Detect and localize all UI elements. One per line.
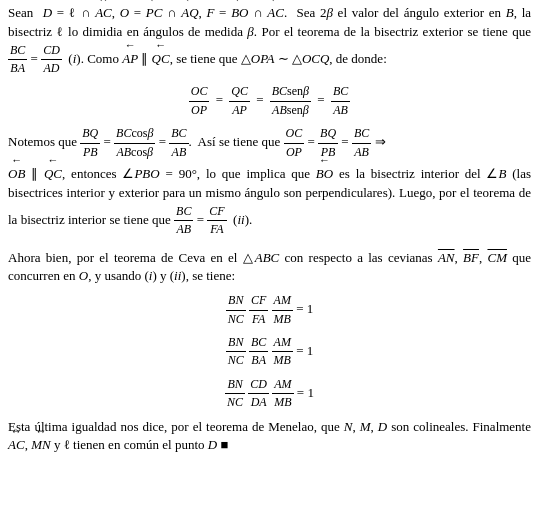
- formula-main: OCOP = QCAP = BCsenβABsenβ = BCAB: [8, 83, 531, 119]
- formula-ceva-1: BNNC CFFA AMMB = 1: [8, 292, 531, 328]
- document-content: Sean D = ℓ ∩ AC, O = PC ∩ AQ, F = BO ∩ A…: [8, 4, 531, 455]
- paragraph-3: OB ∥ QC, entonces ∠PBO = 90°, lo que imp…: [8, 165, 531, 238]
- sean-label: Sean: [8, 5, 33, 20]
- paragraph-2: Notemos que BQPB = BCcosβABcosβ = BCAB. …: [8, 125, 531, 161]
- paragraph-5: Esta última igualdad nos dice, por el te…: [8, 418, 531, 456]
- formula-ceva-3: BNNC CDDA AMMB = 1: [8, 376, 531, 412]
- paragraph-4: Ahora bien, por el teorema de Ceva en el…: [8, 249, 531, 287]
- p1-text: D = ℓ ∩ AC, O = PC ∩ AQ, F = BO ∩ AC. Se…: [8, 5, 531, 66]
- formula-ceva-2: BNNC BCBA AMMB = 1: [8, 334, 531, 370]
- paragraph-1: Sean D = ℓ ∩ AC, O = PC ∩ AQ, F = BO ∩ A…: [8, 4, 531, 77]
